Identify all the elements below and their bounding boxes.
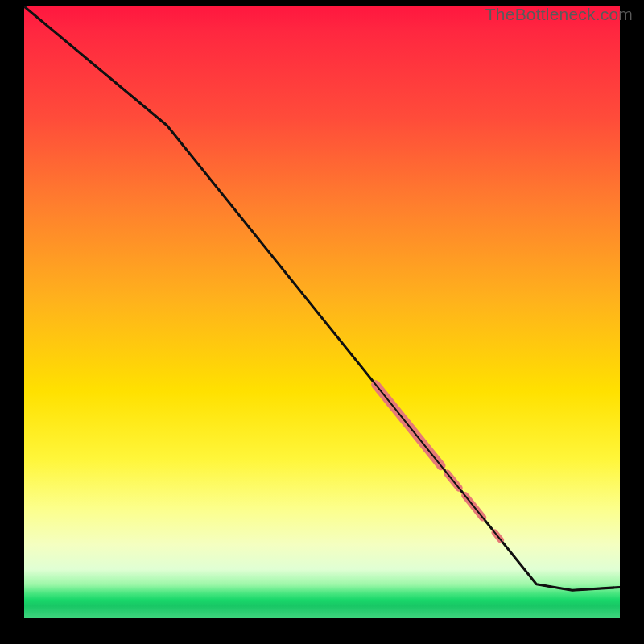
bottleneck-curve [24,6,620,590]
curve-layer [24,6,620,602]
chart-container: TheBottleneck.com [0,0,644,644]
plot-area [24,6,620,618]
attribution-text: TheBottleneck.com [485,5,633,24]
bottleneck-curve-overlay [24,6,620,590]
